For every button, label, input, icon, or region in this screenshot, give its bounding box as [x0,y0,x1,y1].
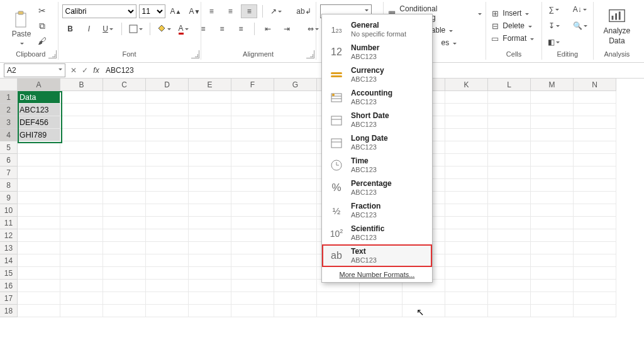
cell[interactable] [574,242,616,254]
cell[interactable] [488,179,531,192]
cell[interactable] [574,292,616,305]
cell[interactable] [574,104,616,116]
cell[interactable] [189,141,231,154]
cell[interactable] [531,267,574,280]
cell[interactable] [531,116,574,129]
cell[interactable] [445,254,488,267]
cell[interactable] [445,91,488,104]
cell[interactable] [60,204,103,217]
cell[interactable] [60,179,103,192]
cell[interactable]: ABC123 [18,104,60,116]
cell[interactable] [231,267,274,280]
enter-formula-icon[interactable]: ✓ [79,66,91,75]
cell[interactable] [445,280,488,292]
dialog-launcher-icon[interactable] [48,50,57,58]
cell[interactable] [189,116,231,129]
border-button[interactable] [127,22,145,36]
cell[interactable] [103,280,146,292]
cell[interactable] [360,305,402,317]
cell[interactable] [146,154,189,166]
cell[interactable] [445,192,488,204]
cell[interactable] [103,116,146,129]
number-format-number[interactable]: 12NumberABC123 [322,41,432,63]
number-format-fraction[interactable]: ½FractionABC123 [322,199,432,222]
cell[interactable] [445,179,488,192]
cell[interactable] [146,91,189,104]
cell[interactable] [445,129,488,141]
cell[interactable] [488,154,531,166]
row-header[interactable]: 7 [0,166,18,179]
row-header[interactable]: 11 [0,217,18,229]
cell[interactable] [146,305,189,317]
cell[interactable] [574,192,616,204]
cell[interactable] [18,242,60,254]
cell[interactable] [146,204,189,217]
cell[interactable] [274,242,317,254]
cell[interactable] [445,242,488,254]
cell[interactable] [103,104,146,116]
cell[interactable] [488,104,531,116]
cell[interactable] [445,292,488,305]
cell[interactable] [146,229,189,242]
cell[interactable] [488,217,531,229]
cell[interactable] [189,267,231,280]
cell[interactable] [445,154,488,166]
cell[interactable] [531,280,574,292]
cell[interactable] [18,204,60,217]
cell[interactable] [60,129,103,141]
cell[interactable] [103,242,146,254]
cell[interactable] [60,154,103,166]
cell[interactable] [103,254,146,267]
cell[interactable] [274,292,317,305]
cell[interactable] [18,254,60,267]
row-header[interactable]: 9 [0,192,18,204]
cell[interactable] [146,254,189,267]
paste-button[interactable]: Paste [8,4,35,47]
cell[interactable] [274,166,317,179]
sort-filter-button[interactable]: A↓ [571,3,589,16]
fill-color-button[interactable] [155,22,173,36]
fill-button[interactable]: ↧ [546,19,562,33]
number-format-text[interactable]: abTextABC123 [322,244,432,267]
cell[interactable] [274,217,317,229]
cell[interactable] [103,229,146,242]
cell[interactable] [189,254,231,267]
number-format-currency[interactable]: CurrencyABC123 [322,63,432,86]
cell[interactable] [146,192,189,204]
cell[interactable] [231,217,274,229]
cell[interactable] [231,242,274,254]
cell[interactable] [574,116,616,129]
cell[interactable] [146,179,189,192]
cell[interactable] [574,129,616,141]
cell[interactable] [189,129,231,141]
cell[interactable] [488,129,531,141]
row-header[interactable]: 2 [0,104,18,116]
cell[interactable] [231,129,274,141]
cell[interactable] [146,141,189,154]
cell[interactable] [18,154,60,166]
cell[interactable] [189,229,231,242]
align-left-icon[interactable]: ≡ [195,22,211,36]
number-format-percentage[interactable]: %PercentageABC123 [322,177,432,199]
cell[interactable] [488,254,531,267]
cell[interactable] [231,166,274,179]
cell[interactable] [488,204,531,217]
align-center-icon[interactable]: ≡ [214,22,230,36]
cell[interactable]: Data [18,91,60,104]
number-format-accounting[interactable]: Accounting ABC123 [322,86,432,109]
column-header[interactable]: A [18,79,60,91]
cell[interactable] [18,179,60,192]
cell[interactable] [18,141,60,154]
cell[interactable] [402,292,445,305]
cell[interactable] [146,166,189,179]
cell[interactable] [189,217,231,229]
cell[interactable] [274,192,317,204]
cell[interactable] [189,305,231,317]
cell[interactable] [531,292,574,305]
cell[interactable] [189,192,231,204]
cell[interactable] [103,166,146,179]
cell[interactable] [189,91,231,104]
dialog-launcher-icon[interactable] [191,50,199,58]
row-header[interactable]: 10 [0,204,18,217]
cell[interactable] [274,204,317,217]
